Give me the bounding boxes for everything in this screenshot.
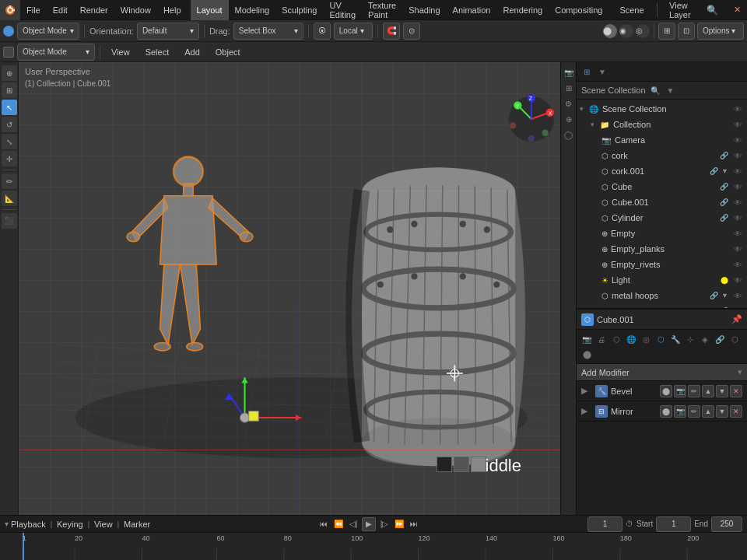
jump-end-btn[interactable]: ⏭: [408, 518, 420, 530]
select-tool[interactable]: ↖: [2, 100, 17, 115]
mirror-down-btn[interactable]: ▼: [716, 405, 728, 418]
menu-animation[interactable]: Animation: [447, 0, 497, 20]
menu-sculpting[interactable]: Sculpting: [275, 0, 323, 20]
rotate-tool[interactable]: ↺: [2, 117, 17, 132]
particles-props-icon[interactable]: ⊹: [683, 332, 697, 346]
tree-eye-metal-hoops[interactable]: 👁: [731, 292, 744, 300]
mode-dropdown-2[interactable]: Object Mode ▾: [17, 44, 95, 61]
proportional-btn[interactable]: ⊙: [403, 23, 420, 40]
dark-swatch[interactable]: [454, 457, 469, 472]
tree-eye-light[interactable]: 👁: [731, 276, 744, 285]
move-tool[interactable]: ⊞: [2, 82, 17, 98]
viewport-shading-rendered[interactable]: ◎: [636, 24, 650, 38]
cursor-tool[interactable]: ⊕: [2, 65, 17, 81]
tree-item-cork[interactable]: ⬡ cork 🔗 👁: [577, 148, 747, 163]
tb2-view[interactable]: View: [105, 42, 136, 62]
viewport-shading-solid[interactable]: ⬤: [603, 24, 617, 38]
modifier-props-icon[interactable]: 🔧: [668, 332, 682, 346]
menu-rendering[interactable]: Rendering: [496, 0, 549, 20]
tree-item-camera[interactable]: 📷 Camera 👁: [577, 132, 747, 148]
next-keyframe-btn[interactable]: |▷: [378, 518, 391, 530]
tree-item-cube-001[interactable]: ⬡ Cube.001 🔗 👁: [577, 194, 747, 210]
playback-label[interactable]: Playback: [11, 520, 46, 529]
tree-item-cylinder[interactable]: ⬡ Cylinder 🔗 👁: [577, 210, 747, 226]
options-dropdown[interactable]: Options ▾: [697, 23, 744, 40]
object-props-icon[interactable]: ⬡: [654, 332, 668, 346]
menu-shading[interactable]: Shading: [402, 0, 446, 20]
bevel-up-btn[interactable]: ▲: [702, 385, 714, 397]
bevel-delete-btn[interactable]: ✕: [730, 385, 742, 397]
local-dropdown[interactable]: Local ▾: [334, 23, 373, 40]
add-modifier-button[interactable]: Add Modifier ▾: [577, 364, 747, 381]
tree-eye-collection[interactable]: 👁: [731, 121, 744, 129]
blender-logo[interactable]: [0, 0, 20, 20]
mirror-render-btn[interactable]: 📷: [674, 405, 686, 418]
play-btn[interactable]: ▶: [362, 517, 376, 531]
viewport-3d[interactable]: User Perspective (1) Collection | Cube.0…: [19, 62, 576, 515]
proportional-btn-2[interactable]: ◯: [562, 128, 576, 142]
drag-dropdown[interactable]: Select Box ▾: [233, 23, 303, 40]
mirror-up-btn[interactable]: ▲: [702, 405, 714, 418]
bevel-render-btn[interactable]: 📷: [674, 385, 686, 397]
menu-layout[interactable]: Layout: [191, 0, 229, 20]
end-frame-field[interactable]: 250: [711, 516, 742, 532]
scene-filter-icon[interactable]: ▼: [665, 84, 677, 96]
props-object-icon[interactable]: ⬡: [581, 313, 594, 326]
orientation-dropdown[interactable]: Default ▾: [137, 23, 199, 40]
annotate-tool[interactable]: ✏: [2, 173, 17, 189]
white-swatch[interactable]: [471, 457, 486, 472]
start-frame-field[interactable]: 1: [656, 516, 691, 532]
tree-item-empty-rivets[interactable]: ⊕ Empty_rivets 👁: [577, 257, 747, 272]
menu-render[interactable]: Render: [74, 0, 114, 20]
props-pin-icon[interactable]: 📌: [731, 314, 742, 324]
next-frame-btn[interactable]: ⏩: [393, 518, 405, 530]
add-cube-tool[interactable]: ⬛: [2, 213, 17, 229]
prev-frame-btn[interactable]: ⏪: [332, 518, 345, 530]
keying-label[interactable]: Keying: [57, 520, 83, 529]
render-region-btn[interactable]: ⊞: [562, 81, 576, 95]
scene-props-icon[interactable]: 🌐: [624, 332, 638, 346]
tree-eye-cylinder[interactable]: 👁: [731, 214, 744, 222]
current-frame-field[interactable]: 1: [587, 516, 622, 532]
bevel-realtime-btn[interactable]: ⬤: [660, 385, 672, 397]
camera-view-btn[interactable]: 📷: [562, 65, 576, 79]
tree-eye-empty-rivets[interactable]: 👁: [731, 261, 744, 269]
tree-eye-cork[interactable]: 👁: [731, 152, 744, 160]
workspace-name[interactable]: Scene: [613, 0, 650, 20]
timeline-dropdown-btn[interactable]: ▾: [5, 520, 9, 528]
tree-item-scene-collection[interactable]: ▾ 🌐 Scene Collection 👁: [577, 101, 747, 117]
mirror-delete-btn[interactable]: ✕: [730, 405, 742, 418]
physics-props-icon[interactable]: ◈: [698, 332, 712, 346]
bevel-expand[interactable]: ▶: [581, 386, 592, 396]
bevel-edit-btn[interactable]: ✏: [688, 385, 700, 397]
measure-tool[interactable]: 📐: [2, 191, 17, 206]
menu-help[interactable]: Help: [157, 0, 188, 20]
tree-item-metal-hoops[interactable]: ⬡ metal hoops 🔗 ▼ 👁: [577, 288, 747, 303]
tree-eye-scene-collection[interactable]: 👁: [731, 105, 744, 114]
black-swatch[interactable]: [437, 457, 452, 472]
scale-tool[interactable]: ⤡: [2, 134, 17, 149]
mirror-expand[interactable]: ▶: [581, 406, 592, 416]
menu-texture-paint[interactable]: Texture Paint: [362, 0, 402, 20]
snap-btn[interactable]: 🧲: [383, 23, 400, 40]
tb2-select[interactable]: Select: [139, 42, 176, 62]
tree-eye-cube-001[interactable]: 👁: [731, 198, 744, 207]
scene-outliner-icon[interactable]: ⊞: [580, 65, 594, 79]
filter-icon[interactable]: ▼: [595, 65, 609, 79]
menu-modeling[interactable]: Modeling: [229, 0, 276, 20]
tree-eye-cork-001[interactable]: 👁: [731, 167, 744, 176]
pivot-btn[interactable]: ⦿: [314, 23, 331, 40]
viewport-settings-btn[interactable]: ⚙: [562, 96, 576, 110]
jump-start-btn[interactable]: ⏮: [317, 518, 330, 530]
transform-tool[interactable]: ✛: [2, 151, 17, 166]
scene-search-icon[interactable]: 🔍: [649, 84, 661, 96]
close-btn[interactable]: ✕: [728, 0, 747, 20]
search-button[interactable]: 🔍: [702, 2, 723, 19]
view-label-tl[interactable]: View: [94, 520, 113, 529]
tree-eye-empty[interactable]: 👁: [731, 229, 744, 238]
constraints-props-icon[interactable]: 🔗: [713, 332, 727, 346]
tb2-add[interactable]: Add: [178, 42, 206, 62]
tree-item-collection[interactable]: ▾ 📁 Collection 👁: [577, 117, 747, 132]
marker-label[interactable]: Marker: [124, 520, 150, 529]
data-props-icon[interactable]: ⬡: [728, 332, 742, 346]
